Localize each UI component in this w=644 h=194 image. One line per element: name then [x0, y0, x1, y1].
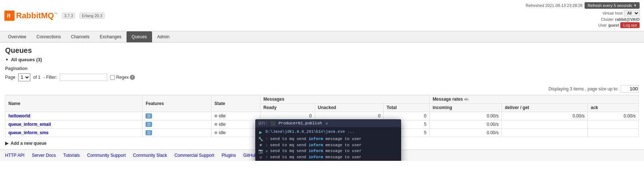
terminal-line-5: ⎘ ↓ send to mq send inform message to us…	[258, 160, 398, 161]
nav-queues[interactable]: Queues	[127, 31, 152, 42]
queue-name-cell: queue_inform_sms	[5, 129, 143, 137]
nav-overview[interactable]: Overview	[3, 31, 31, 42]
queue-name-link[interactable]: helloworld	[8, 113, 30, 119]
triangle-right-icon: ▶	[5, 141, 8, 146]
help-icon[interactable]: ?	[130, 75, 135, 80]
queue-ack-cell: 0.00/s	[588, 112, 639, 120]
cluster-label: Cluster	[601, 17, 614, 22]
th-messages-group: Messages	[260, 95, 430, 104]
nav-admin[interactable]: Admin	[152, 31, 175, 42]
header-right: Refreshed 2021-08-13 23:28:28 Refresh ev…	[525, 2, 640, 29]
queue-deliver-cell	[502, 120, 588, 129]
state-dot	[214, 115, 217, 117]
logout-button[interactable]: Log out	[620, 22, 640, 28]
page-select[interactable]: 1	[18, 73, 30, 81]
footer-server-docs[interactable]: Server Docs	[32, 153, 56, 158]
camera-icon: 📷	[258, 149, 263, 154]
queue-name-link[interactable]: queue_inform_email	[8, 122, 51, 127]
queue-ack-cell	[588, 129, 639, 137]
th-total: Total	[384, 104, 430, 112]
wrench-icon: 🔧	[258, 137, 263, 141]
vhost-label: Virtual host	[602, 11, 622, 15]
queue-incoming-cell: 0.00/s	[430, 129, 502, 137]
terminal-body: ▶ D:\Java\jdk1.8.0_291\bin\java.exe ... …	[255, 127, 401, 161]
triangle-icon: ▼	[5, 58, 9, 62]
version-badge: 3.7.3	[62, 13, 75, 19]
nav-connections[interactable]: Connections	[31, 31, 66, 42]
page-label: Page	[5, 75, 15, 80]
footer-community-slack[interactable]: Community Slack	[133, 153, 167, 158]
terminal-titlebar: 运行: ⬛ Producer02_publish ✕	[255, 119, 401, 127]
queue-incoming-cell: 0.00/s	[430, 112, 502, 120]
logo-text: RabbitMQ™	[16, 11, 58, 20]
pagination-label: Pagination	[5, 66, 639, 71]
state-dot	[214, 131, 217, 134]
add-queue-label: Add a new queue	[11, 141, 47, 146]
footer-tutorials[interactable]: Tutorials	[63, 153, 80, 158]
state-dot	[214, 123, 217, 126]
vhost-select[interactable]: All	[624, 10, 640, 16]
page-title: Queues	[5, 46, 639, 55]
th-unacked: Unacked	[315, 104, 384, 112]
th-deliver-get: deliver / get	[502, 104, 588, 112]
plus-minus-toggle[interactable]: +/-	[464, 97, 469, 101]
th-features: Features	[143, 95, 212, 112]
filter-label: - Filter:	[43, 75, 57, 80]
terminal-line-4: ⚙ ↑ send to mq send inform message to us…	[258, 154, 398, 160]
section-title: All queues (3)	[11, 57, 42, 62]
refreshed-text: Refreshed 2021-08-13 23:28:28	[525, 3, 582, 8]
queue-name-cell: queue_inform_email	[5, 120, 143, 129]
th-name: Name	[5, 95, 143, 112]
queue-incoming-cell: 0.00/s	[430, 120, 502, 129]
th-rates-group: Message rates +/-	[430, 95, 639, 104]
footer-community-support[interactable]: Community Support	[87, 153, 126, 158]
regex-checkbox[interactable]	[110, 75, 115, 80]
of-label: of 1	[33, 75, 40, 80]
footer-http-api[interactable]: HTTP API	[5, 153, 24, 158]
th-ready: Ready	[260, 104, 315, 112]
svg-text:R: R	[7, 13, 11, 19]
queue-state-cell: idle	[212, 112, 260, 120]
queue-name-link[interactable]: queue_inform_sms	[8, 130, 49, 135]
filter-input[interactable]	[60, 74, 107, 81]
regex-label: Regex ?	[110, 75, 135, 80]
queue-state-cell: idle	[212, 120, 260, 129]
stop-icon: ■	[258, 143, 263, 147]
erlang-badge: Erlang 20.3	[79, 13, 104, 19]
arrow-down-1: ↓	[265, 143, 268, 147]
displaying-text: Displaying 3 items , page size up to:	[548, 86, 618, 92]
queue-deliver-cell: 0.00/s	[502, 112, 588, 120]
java-path: D:\Java\jdk1.8.0_291\bin\java.exe ...	[265, 129, 354, 134]
refresh-button[interactable]: Refresh every 5 seconds ▼	[585, 2, 640, 9]
th-ack: ack	[588, 104, 639, 112]
run-icon: ▶	[258, 129, 263, 135]
page-size-input[interactable]	[621, 85, 639, 93]
terminal-overlay: 运行: ⬛ Producer02_publish ✕ ▶ D:\Java\jdk…	[255, 119, 401, 161]
all-queues-toggle[interactable]: ▼ All queues (3)	[5, 57, 639, 62]
user-label: User	[598, 23, 607, 27]
terminal-line-3: 📷 ⇅ send to mq send inform message to us…	[258, 148, 398, 154]
footer-commercial-support[interactable]: Commercial Support	[174, 153, 214, 158]
displaying-row: Displaying 3 items , page size up to:	[548, 85, 639, 93]
nav-exchanges[interactable]: Exchanges	[94, 31, 126, 42]
d-badge: D	[146, 113, 152, 119]
footer-plugins[interactable]: Plugins	[222, 153, 236, 158]
sort-icon: ⇅	[265, 149, 268, 154]
arrow-up-1: ↑	[265, 137, 268, 141]
footer-github[interactable]: GitHub	[243, 153, 257, 158]
chevron-down-icon: ▼	[633, 4, 637, 7]
nav-channels[interactable]: Channels	[66, 31, 95, 42]
tab-file-icon: ⬛	[271, 121, 276, 126]
terminal-line-1: 🔧 ↑ send to mq send inform message to us…	[258, 136, 398, 142]
queue-name-cell: helloworld	[5, 112, 143, 120]
logo: R RabbitMQ™ 3.7.3 Erlang 20.3	[4, 11, 105, 21]
th-incoming: incoming	[430, 104, 502, 112]
close-icon[interactable]: ✕	[326, 121, 328, 126]
user-value: guest	[608, 23, 619, 27]
cluster-value: rabbit@VAIO	[615, 17, 640, 22]
d-badge: D	[146, 130, 152, 135]
queue-ack-cell	[588, 120, 639, 129]
queue-features-cell: D	[143, 120, 212, 129]
d-badge: D	[146, 122, 152, 127]
logo-icon: R	[4, 11, 15, 21]
